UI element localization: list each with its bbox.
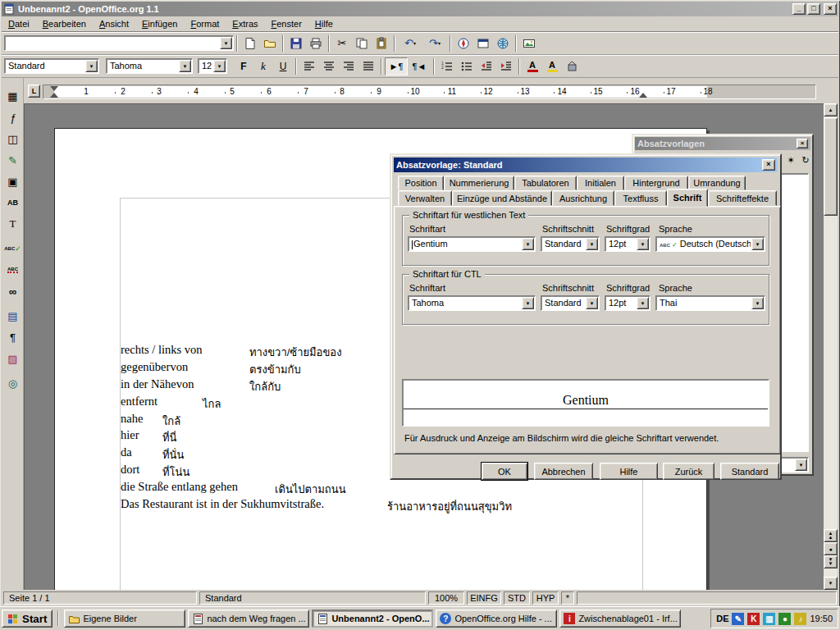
- taskbar-item-openoffice-hilfe[interactable]: ? OpenOffice.org Hilfe - ...: [436, 609, 557, 628]
- tray-ime-icon[interactable]: ✎: [732, 613, 744, 625]
- form-functions-button[interactable]: ▣: [2, 171, 23, 191]
- font-size-value[interactable]: 12: [202, 61, 212, 71]
- right-indent-marker[interactable]: [639, 93, 647, 98]
- standard-button[interactable]: Standard: [720, 463, 779, 480]
- taskbar-item-nach-dem-weg-fragen[interactable]: nach dem Weg fragen ...: [188, 609, 309, 628]
- chevron-down-icon[interactable]: ▼: [637, 297, 649, 309]
- stylist-button[interactable]: [473, 34, 493, 52]
- autotext-button[interactable]: AB: [2, 193, 23, 212]
- insert-fields-button[interactable]: ƒ: [2, 107, 23, 127]
- minimize-button[interactable]: _: [792, 3, 806, 15]
- underline-button[interactable]: U: [273, 57, 293, 75]
- chevron-down-icon[interactable]: ▼: [586, 238, 598, 250]
- online-layout-button[interactable]: ◎: [2, 373, 23, 393]
- ctl-size-value[interactable]: 12pt: [609, 298, 636, 308]
- maximize-button[interactable]: □: [807, 3, 820, 15]
- align-justify-button[interactable]: [358, 57, 378, 75]
- menu-fenster[interactable]: Fenster: [265, 17, 308, 30]
- chevron-down-icon[interactable]: ▼: [220, 37, 232, 49]
- western-language-combobox[interactable]: ABC✓ Deutsch (Deutsch ▼: [655, 236, 765, 252]
- status-zoom[interactable]: 100%: [428, 591, 464, 605]
- tab-tabulatoren[interactable]: Tabulatoren: [514, 176, 577, 190]
- tab-position[interactable]: Position: [398, 176, 444, 190]
- status-insert-mode[interactable]: EINFG: [467, 591, 501, 605]
- ctl-style-combobox[interactable]: Standard ▼: [541, 295, 600, 311]
- western-style-value[interactable]: Standard: [545, 239, 585, 249]
- insert-button[interactable]: ▦: [2, 86, 23, 106]
- chevron-down-icon[interactable]: ▼: [751, 238, 764, 250]
- next-page-button[interactable]: ▼▼: [824, 555, 838, 568]
- taskbar-item-zwischenablage-irfanview[interactable]: i Zwischenablage01 - Irf...: [559, 609, 681, 628]
- bold-button[interactable]: F: [234, 57, 253, 75]
- menu-hilfe[interactable]: Hilfe: [308, 17, 340, 30]
- western-language-value[interactable]: ABC✓ Deutsch (Deutsch: [660, 239, 751, 249]
- spellcheck-button[interactable]: ABC✓: [2, 239, 23, 258]
- menu-bearbeiten[interactable]: Bearbeiten: [36, 17, 93, 30]
- ctl-font-combobox[interactable]: Tahoma ▼: [408, 295, 536, 311]
- tab-schrift[interactable]: Schrift: [667, 189, 708, 207]
- paste-button[interactable]: [372, 34, 391, 52]
- chevron-down-icon[interactable]: ▼: [637, 238, 649, 250]
- cancel-button[interactable]: Abbrechen: [534, 463, 593, 480]
- back-button[interactable]: Zurück: [663, 463, 714, 480]
- tab-schrifteffekte[interactable]: Schrifteffekte: [708, 190, 777, 206]
- navigator-button[interactable]: [454, 34, 473, 52]
- taskbar-item-eigene-bilder[interactable]: Eigene Bilder: [64, 609, 185, 628]
- align-left-button[interactable]: [299, 57, 319, 75]
- menu-datei[interactable]: Datei: [2, 17, 36, 30]
- redo-dropdown-icon[interactable]: ▾: [438, 40, 441, 46]
- western-font-value[interactable]: Gentium: [412, 239, 521, 249]
- ctl-language-combobox[interactable]: Thai ▼: [655, 295, 765, 311]
- highlight-button[interactable]: A: [542, 57, 562, 75]
- close-button[interactable]: ×: [824, 3, 837, 15]
- window-titlebar[interactable]: Unbenannt2 - OpenOffice.org 1.1 _ □ ×: [2, 2, 838, 16]
- tray-display-icon[interactable]: ▥: [763, 613, 775, 625]
- ctl-style-value[interactable]: Standard: [545, 298, 585, 308]
- menu-extras[interactable]: Extras: [226, 17, 264, 30]
- menu-ansicht[interactable]: Ansicht: [93, 17, 135, 30]
- draw-functions-button[interactable]: ✎: [2, 150, 23, 170]
- font-size-combobox[interactable]: 12 ▼: [198, 58, 227, 74]
- copy-button[interactable]: [352, 34, 372, 52]
- first-line-indent-marker[interactable]: [50, 86, 58, 91]
- print-button[interactable]: [306, 34, 326, 52]
- ok-button[interactable]: OK: [482, 463, 527, 480]
- increase-indent-button[interactable]: [496, 57, 516, 75]
- undo-button[interactable]: ↶▾: [398, 34, 422, 52]
- graphics-on-off-button[interactable]: ▨: [2, 349, 23, 368]
- menu-einfuegen[interactable]: Einfügen: [135, 17, 184, 30]
- status-page-style[interactable]: Standard: [199, 591, 426, 605]
- undo-dropdown-icon[interactable]: ▾: [413, 40, 416, 46]
- western-style-combobox[interactable]: Standard ▼: [541, 236, 600, 252]
- redo-button[interactable]: ↷▾: [422, 34, 447, 52]
- ctl-font-value[interactable]: Tahoma: [412, 298, 521, 308]
- tray-scheduler-icon[interactable]: ●: [778, 613, 791, 625]
- decrease-indent-button[interactable]: [477, 57, 496, 75]
- tab-initialen[interactable]: Initialen: [577, 176, 624, 190]
- menu-format[interactable]: Format: [184, 17, 226, 30]
- ctl-size-combobox[interactable]: 12pt ▼: [605, 295, 651, 311]
- cut-button[interactable]: ✂: [332, 34, 352, 52]
- italic-button[interactable]: k: [253, 57, 273, 75]
- chevron-down-icon[interactable]: ▼: [795, 459, 807, 471]
- scrollbar-thumb[interactable]: [824, 117, 838, 216]
- western-font-combobox[interactable]: Gentium ▼: [408, 236, 536, 252]
- save-button[interactable]: [286, 34, 306, 52]
- tab-stop-selector[interactable]: L: [28, 84, 40, 98]
- new-style-button[interactable]: ✶: [783, 152, 799, 168]
- status-selection-mode[interactable]: STD: [504, 591, 530, 605]
- scroll-up-button[interactable]: ▲: [824, 103, 838, 116]
- open-button[interactable]: [260, 34, 280, 52]
- help-button[interactable]: Hilfe: [600, 463, 658, 480]
- ctl-language-value[interactable]: Thai: [660, 298, 751, 308]
- nonprinting-characters-button[interactable]: ¶: [2, 327, 23, 347]
- language-indicator[interactable]: DE: [716, 614, 728, 623]
- align-center-button[interactable]: [319, 57, 339, 75]
- chevron-down-icon[interactable]: ▼: [522, 238, 534, 250]
- chevron-down-icon[interactable]: ▼: [213, 60, 226, 72]
- gallery-button[interactable]: [519, 34, 539, 52]
- chevron-down-icon[interactable]: ▼: [85, 60, 98, 72]
- url-combobox[interactable]: ▼: [4, 35, 234, 51]
- vertical-scrollbar[interactable]: ▲ ▲▲ ● ▼▼ ▼: [824, 103, 838, 590]
- right-to-left-button[interactable]: ¶◄: [408, 57, 431, 75]
